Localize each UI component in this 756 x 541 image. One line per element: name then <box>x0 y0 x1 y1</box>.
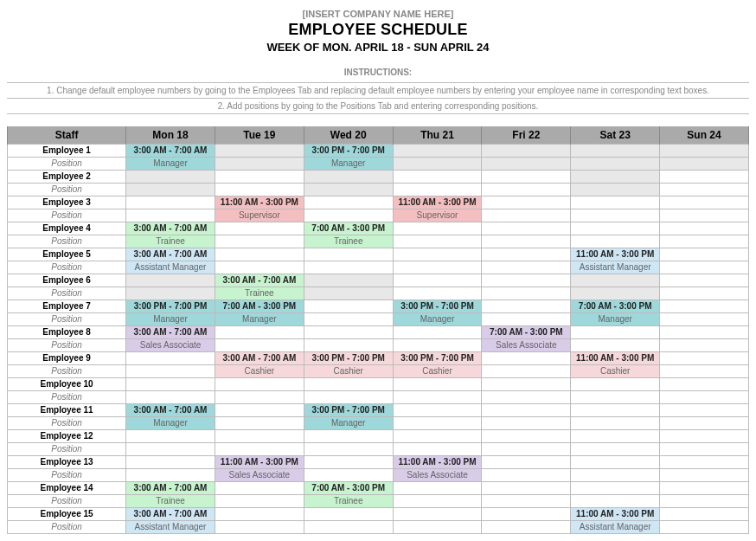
shift-time-cell <box>215 404 304 417</box>
employee-position-row: PositionTraineeTrainee <box>8 495 749 508</box>
employee-row: Employee 93:00 AM - 7:00 AM3:00 PM - 7:0… <box>8 352 749 365</box>
shift-time-cell <box>660 171 749 184</box>
shift-role-cell <box>482 443 571 456</box>
page-subtitle: WEEK OF MON. APRIL 18 - SUN APRIL 24 <box>7 41 749 54</box>
shift-role-cell <box>660 313 749 326</box>
shift-time-cell <box>393 508 482 521</box>
header-row: Staff Mon 18 Tue 19 Wed 20 Thu 21 Fri 22… <box>8 126 749 145</box>
shift-time-cell <box>482 196 571 209</box>
shift-time-cell <box>126 352 215 365</box>
shift-time-cell <box>571 482 660 495</box>
position-label-cell: Position <box>8 158 126 171</box>
shift-time-cell <box>482 378 571 391</box>
position-label-cell: Position <box>8 261 126 274</box>
shift-time-cell <box>215 508 304 521</box>
shift-role-cell <box>482 261 571 274</box>
col-staff: Staff <box>8 126 126 145</box>
col-fri: Fri 22 <box>482 126 571 145</box>
shift-time-cell <box>304 430 393 443</box>
shift-time-cell: 11:00 AM - 3:00 PM <box>215 456 304 469</box>
shift-time-cell <box>482 482 571 495</box>
shift-role-cell <box>660 469 749 482</box>
employee-position-row: PositionAssistant ManagerAssistant Manag… <box>8 521 749 534</box>
shift-role-cell: Supervisor <box>393 209 482 222</box>
shift-role-cell: Assistant Manager <box>126 261 215 274</box>
shift-time-cell <box>126 430 215 443</box>
shift-role-cell <box>126 365 215 378</box>
shift-time-cell <box>126 378 215 391</box>
shift-role-cell <box>126 443 215 456</box>
employee-row: Employee 143:00 AM - 7:00 AM7:00 AM - 3:… <box>8 482 749 495</box>
shift-time-cell <box>393 171 482 184</box>
instructions-label: INSTRUCTIONS: <box>7 68 749 77</box>
employee-position-row: PositionTrainee <box>8 287 749 300</box>
shift-time-cell: 7:00 AM - 3:00 PM <box>571 300 660 313</box>
shift-time-cell <box>393 326 482 339</box>
employee-name: Employee 3 <box>8 196 126 209</box>
shift-time-cell <box>304 326 393 339</box>
shift-time-cell: 11:00 AM - 3:00 PM <box>571 508 660 521</box>
shift-time-cell <box>571 196 660 209</box>
shift-role-cell <box>215 339 304 352</box>
shift-time-cell: 11:00 AM - 3:00 PM <box>571 352 660 365</box>
shift-role-cell <box>393 443 482 456</box>
shift-time-cell: 3:00 AM - 7:00 AM <box>126 482 215 495</box>
document-header: [INSERT COMPANY NAME HERE] EMPLOYEE SCHE… <box>7 9 749 54</box>
employee-name: Employee 6 <box>8 274 126 287</box>
shift-role-cell <box>482 287 571 300</box>
shift-role-cell <box>571 339 660 352</box>
shift-time-cell <box>393 404 482 417</box>
shift-role-cell: Sales Associate <box>482 339 571 352</box>
shift-time-cell <box>393 274 482 287</box>
shift-role-cell <box>304 209 393 222</box>
employee-name: Employee 15 <box>8 508 126 521</box>
shift-time-cell <box>304 378 393 391</box>
shift-role-cell <box>215 184 304 196</box>
shift-time-cell <box>215 482 304 495</box>
shift-role-cell: Sales Associate <box>215 469 304 482</box>
shift-role-cell <box>304 469 393 482</box>
shift-time-cell <box>215 171 304 184</box>
col-thu: Thu 21 <box>393 126 482 145</box>
shift-role-cell <box>660 339 749 352</box>
shift-time-cell: 3:00 PM - 7:00 PM <box>304 404 393 417</box>
col-mon: Mon 18 <box>126 126 215 145</box>
employee-position-row: PositionTraineeTrainee <box>8 235 749 248</box>
shift-role-cell <box>304 261 393 274</box>
shift-time-cell: 3:00 PM - 7:00 PM <box>126 300 215 313</box>
shift-time-cell <box>304 248 393 261</box>
shift-time-cell: 3:00 AM - 7:00 AM <box>215 274 304 287</box>
employee-name: Employee 2 <box>8 171 126 184</box>
employee-row: Employee 73:00 PM - 7:00 PM7:00 AM - 3:0… <box>8 300 749 313</box>
shift-role-cell: Manager <box>304 158 393 171</box>
shift-role-cell <box>660 443 749 456</box>
shift-time-cell <box>304 171 393 184</box>
shift-role-cell <box>393 521 482 534</box>
employee-name: Employee 10 <box>8 378 126 391</box>
shift-role-cell <box>304 521 393 534</box>
position-label-cell: Position <box>8 313 126 326</box>
shift-time-cell <box>571 404 660 417</box>
shift-time-cell: 3:00 AM - 7:00 AM <box>126 145 215 158</box>
shift-role-cell <box>215 235 304 248</box>
shift-role-cell: Manager <box>304 417 393 430</box>
company-name: [INSERT COMPANY NAME HERE] <box>7 9 749 19</box>
shift-time-cell: 7:00 AM - 3:00 PM <box>304 482 393 495</box>
shift-role-cell: Cashier <box>571 365 660 378</box>
shift-role-cell: Trainee <box>126 235 215 248</box>
shift-role-cell <box>215 521 304 534</box>
shift-role-cell: Manager <box>571 313 660 326</box>
position-label-cell: Position <box>8 521 126 534</box>
employee-position-row: Position <box>8 184 749 196</box>
position-label-cell: Position <box>8 443 126 456</box>
shift-role-cell <box>393 287 482 300</box>
shift-time-cell <box>482 145 571 158</box>
shift-role-cell <box>304 339 393 352</box>
shift-role-cell <box>571 469 660 482</box>
shift-role-cell: Sales Associate <box>393 469 482 482</box>
shift-time-cell <box>571 171 660 184</box>
shift-time-cell <box>660 404 749 417</box>
shift-time-cell: 3:00 AM - 7:00 AM <box>126 222 215 235</box>
shift-role-cell: Manager <box>126 158 215 171</box>
shift-role-cell <box>571 235 660 248</box>
